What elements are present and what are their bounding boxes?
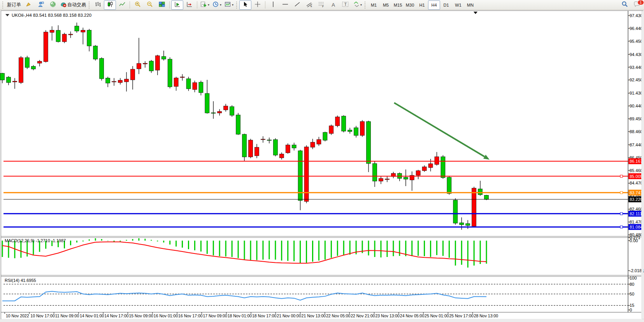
line-handle[interactable] bbox=[620, 175, 623, 178]
new-order-button[interactable]: 新订单 bbox=[5, 0, 23, 10]
price-line-badge-label: 83.220 bbox=[630, 197, 643, 202]
signals-button[interactable] bbox=[47, 0, 59, 10]
candle bbox=[342, 115, 346, 132]
timeframe-button-M1[interactable]: M1 bbox=[368, 0, 380, 10]
timeframe-label: M30 bbox=[406, 3, 414, 7]
toolbar-separator bbox=[197, 1, 197, 9]
indicators-button[interactable]: ▾ bbox=[199, 0, 211, 10]
zoom-in-icon bbox=[135, 1, 141, 9]
chart-canvas[interactable]: 97.43096.44095.45094.43093.44092.45091.4… bbox=[0, 10, 644, 322]
timeframe-button-M5[interactable]: M5 bbox=[380, 0, 392, 10]
time-tick-label: 14 Nov 01:00 bbox=[80, 313, 104, 318]
price-tick-label: 95.450 bbox=[630, 39, 643, 44]
pointer-tool-button[interactable] bbox=[23, 0, 35, 10]
candle-body bbox=[428, 164, 433, 167]
candle-body bbox=[236, 115, 240, 134]
time-tick-label: 11 Nov 09:00 bbox=[55, 313, 79, 318]
templates-button[interactable]: ▾ bbox=[223, 0, 235, 10]
price-tick-label: 92.450 bbox=[630, 77, 643, 82]
toolbar-grip[interactable] bbox=[2, 2, 4, 9]
candle-body bbox=[224, 106, 228, 110]
price-tick-label: 91.430 bbox=[630, 91, 643, 95]
tile-windows-button[interactable] bbox=[156, 0, 168, 10]
horizontal-line-tool-button[interactable] bbox=[279, 0, 291, 10]
fibonacci-tool-button[interactable]: F bbox=[315, 0, 327, 10]
toolbar-grip[interactable] bbox=[365, 2, 367, 9]
candle bbox=[304, 145, 309, 203]
chart-shift-button[interactable] bbox=[183, 0, 195, 10]
bar-chart-mode-button[interactable] bbox=[92, 0, 104, 10]
candle-body bbox=[100, 58, 104, 79]
cursor-tool-button[interactable] bbox=[239, 0, 251, 10]
candle-body bbox=[125, 79, 129, 82]
candle-body bbox=[242, 134, 247, 157]
candle-body bbox=[25, 58, 29, 67]
line-handle[interactable] bbox=[620, 213, 623, 215]
notifications-button[interactable]: 1 bbox=[631, 0, 643, 10]
template-icon bbox=[225, 1, 231, 9]
candle-body bbox=[447, 177, 451, 194]
candle-body bbox=[143, 63, 147, 64]
rsi-axis-label: 0 bbox=[630, 308, 632, 312]
auto-scroll-button[interactable] bbox=[171, 0, 183, 10]
candle-body bbox=[174, 78, 178, 86]
candle-body bbox=[93, 46, 98, 59]
candle-body bbox=[205, 93, 209, 113]
toolbar-grip[interactable] bbox=[89, 2, 91, 9]
text-tool-button[interactable]: A bbox=[327, 0, 339, 10]
price-tick-label: 87.440 bbox=[630, 143, 643, 147]
fibonacci-icon: F bbox=[318, 1, 325, 9]
timeframe-button-D1[interactable]: D1 bbox=[440, 0, 452, 10]
user-icon bbox=[38, 1, 44, 9]
line-handle[interactable] bbox=[620, 226, 623, 228]
crosshair-tool-button[interactable] bbox=[251, 0, 263, 10]
timeframe-button-MN[interactable]: MN bbox=[464, 0, 476, 10]
line-handle[interactable] bbox=[620, 192, 623, 194]
candle-body bbox=[155, 56, 160, 70]
zoom-out-button[interactable] bbox=[144, 0, 156, 10]
candle-body bbox=[460, 223, 464, 225]
candle-body bbox=[112, 81, 116, 82]
candlestick-mode-button[interactable] bbox=[104, 0, 116, 10]
trendline-tool-button[interactable] bbox=[291, 0, 303, 10]
time-tick-label: 15 Nov 09:00 bbox=[129, 313, 154, 318]
candle-body bbox=[317, 139, 321, 144]
timeframe-toolbar: M1M5M15M30H1H4D1W1MN bbox=[368, 0, 476, 10]
line-chart-mode-button[interactable] bbox=[116, 0, 128, 10]
timeframe-label: M5 bbox=[383, 3, 389, 7]
window-right-edge bbox=[641, 11, 643, 319]
timeframe-button-H4[interactable]: H4 bbox=[428, 0, 440, 10]
candle-body bbox=[44, 32, 48, 62]
community-button[interactable] bbox=[35, 0, 47, 10]
candle-body bbox=[168, 59, 172, 87]
timeframe-button-H1[interactable]: H1 bbox=[416, 0, 428, 10]
periods-button[interactable]: ▾ bbox=[211, 0, 223, 10]
candle-body bbox=[199, 82, 203, 93]
candle-body bbox=[472, 188, 476, 226]
timeframe-button-W1[interactable]: W1 bbox=[452, 0, 464, 10]
candle-body bbox=[435, 157, 439, 164]
candle-body bbox=[273, 140, 277, 155]
timeframe-button-M30[interactable]: M30 bbox=[404, 0, 416, 10]
candle-body bbox=[484, 195, 489, 199]
toolbar-grip[interactable] bbox=[236, 2, 238, 9]
zoom-in-button[interactable] bbox=[132, 0, 144, 10]
candle-body bbox=[379, 178, 383, 181]
search-button[interactable] bbox=[619, 0, 631, 10]
main-toolbar: 新订单 自动交易 ▾ ▾ ▾ bbox=[0, 0, 644, 10]
vertical-line-tool-button[interactable] bbox=[267, 0, 279, 10]
channel-tool-button[interactable]: E bbox=[303, 0, 315, 10]
signal-icon bbox=[50, 1, 56, 9]
auto-trading-button[interactable]: 自动交易 bbox=[59, 0, 88, 10]
toolbar-separator bbox=[265, 1, 265, 9]
price-tick-label: 84.470 bbox=[630, 181, 643, 185]
toolbar-separator bbox=[130, 1, 130, 9]
label-tool-button[interactable]: T bbox=[339, 0, 351, 10]
timeframe-label: MN bbox=[467, 3, 474, 7]
candle-body bbox=[373, 164, 377, 181]
candle bbox=[186, 77, 191, 91]
timeframe-button-M15[interactable]: M15 bbox=[392, 0, 404, 10]
arrows-tool-button[interactable]: ▾ bbox=[351, 0, 363, 10]
line-chart-icon bbox=[119, 1, 125, 9]
candle-body bbox=[62, 34, 67, 42]
